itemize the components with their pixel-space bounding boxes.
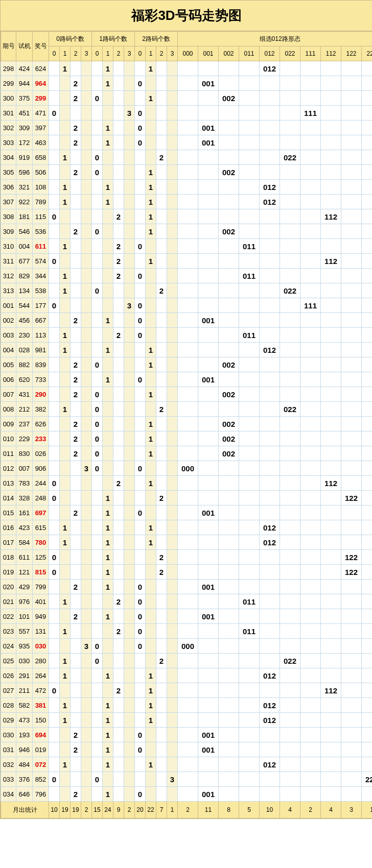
cell-count [124,683,135,698]
cell-count [135,61,146,76]
cell-count [113,357,124,372]
cell-win: 244 [33,476,49,491]
cell-pattern [341,772,362,787]
cell-count: 0 [135,106,146,120]
cell-count: 1 [103,565,113,580]
cell-pattern [300,269,321,283]
cell-pattern [300,91,321,106]
cell-count [103,654,113,668]
cell-pattern [239,431,260,446]
cell-pattern [198,239,219,254]
cell-test: 976 [16,594,33,609]
cell-pattern [280,387,300,402]
cell-count: 2 [156,654,167,668]
cell-pattern [341,387,362,402]
cell-pattern [341,787,362,802]
cell-pattern [260,417,280,431]
cell-test: 882 [16,357,33,372]
cell-count [81,698,92,713]
cell-pattern [341,239,362,254]
cell-pattern [362,180,373,195]
cell-pattern [219,594,239,609]
cell-issue: 028 [1,698,16,713]
cell-count: 2 [113,476,124,491]
cell-pattern [239,565,260,580]
cell-pattern [198,683,219,698]
cell-issue: 013 [1,476,16,491]
cell-pattern [219,520,239,535]
cell-issue: 031 [1,742,16,757]
footer-cell: 19 [71,802,81,818]
cell-issue: 303 [1,135,16,150]
cell-count: 0 [92,387,103,402]
table-row: 313134538102022 [1,283,373,298]
cell-pattern [280,120,300,135]
cell-pattern [260,594,280,609]
cell-count [113,313,124,328]
cell-count [113,580,124,594]
cell-pattern [341,713,362,728]
cell-pattern [341,165,362,180]
cell-pattern: 012 [260,195,280,209]
cell-count [156,668,167,683]
cell-count: 0 [135,135,146,150]
cell-count: 1 [146,757,156,772]
cell-count [49,594,60,609]
cell-pattern [198,535,219,550]
cell-count [81,535,92,550]
cell-pattern [178,580,198,594]
cell-count: 0 [135,120,146,135]
cell-count [146,491,156,505]
cell-count [156,417,167,431]
cell-count [124,742,135,757]
cell-count [146,298,156,313]
cell-issue: 030 [1,728,16,742]
cell-pattern [341,683,362,698]
cell-pattern [280,313,300,328]
cell-count [135,402,146,417]
cell-count [92,742,103,757]
cell-pattern [300,550,321,565]
cell-issue: 034 [1,787,16,802]
cell-pattern [198,654,219,668]
pat-col: 001 [198,46,219,61]
cell-pattern [178,654,198,668]
cell-count [113,431,124,446]
cell-win: 233 [33,431,49,446]
footer-cell: 20 [135,802,146,818]
cell-count [71,343,81,357]
cell-pattern [321,550,341,565]
cell-test: 004 [16,239,33,254]
cell-count [113,91,124,106]
cell-count [49,742,60,757]
cell-win: 789 [33,195,49,209]
cell-count: 0 [92,165,103,180]
cell-count [71,283,81,298]
cell-count [49,372,60,387]
cell-count [71,328,81,343]
cell-count [49,624,60,639]
table-row: 030193694210001 [1,728,373,742]
cell-count: 1 [60,283,71,298]
cell-count [167,476,178,491]
cell-pattern [321,402,341,417]
cell-count [49,313,60,328]
cell-count: 0 [135,298,146,313]
footer-cell: 2 [81,802,92,818]
cell-win: 964 [33,76,49,91]
cell-pattern [280,91,300,106]
cell-count: 0 [49,209,60,224]
cell-pattern [300,505,321,520]
cell-pattern [362,106,373,120]
cell-count [135,417,146,431]
cell-pattern [219,742,239,757]
cell-count [60,224,71,239]
cell-pattern [300,402,321,417]
cell-pattern [260,476,280,491]
cell-count: 1 [146,195,156,209]
table-row: 306321108111012 [1,180,373,195]
cell-pattern [239,550,260,565]
cell-pattern [300,446,321,461]
cell-pattern [260,446,280,461]
cell-count [167,742,178,757]
